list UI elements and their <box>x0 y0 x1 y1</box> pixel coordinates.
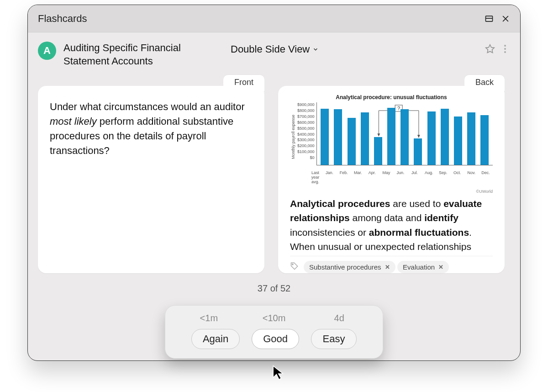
chart-bar <box>374 137 382 165</box>
chart-ylabel: Monthly payroll expense <box>290 115 296 159</box>
star-icon[interactable] <box>485 43 495 54</box>
chart-title: Analytical procedure: unusual fluctuatio… <box>290 94 493 101</box>
chart-bar <box>467 112 475 165</box>
tag-label: Evaluation <box>403 263 435 271</box>
rating-intervals: <1m <10m 4d <box>176 313 372 323</box>
chart-xticks: Lastyearavg.Jan.Feb.Mar.Apr.MayJun.Jul.A… <box>290 171 493 185</box>
deck-title: Auditing Specific Financial Statement Ac… <box>63 42 205 68</box>
card-counter: 37 of 52 <box>38 283 510 294</box>
card-tags: Substantive procedures✕ Evaluation✕ <box>290 256 493 273</box>
tag-chip[interactable]: Substantive procedures✕ <box>304 261 395 273</box>
chart-bar <box>334 109 342 165</box>
tag-remove-icon[interactable]: ✕ <box>438 264 443 270</box>
card-front-tab: Front <box>223 75 264 91</box>
again-button[interactable]: Again <box>191 329 240 349</box>
chart-plot: ? <box>316 102 493 165</box>
chart-bar <box>387 108 395 165</box>
deck-header: A Auditing Specific Financial Statement … <box>38 42 510 68</box>
chart-bar <box>348 118 356 165</box>
tag-icon <box>290 261 299 272</box>
svg-text:?: ? <box>397 106 400 111</box>
card-front-text: Under what circumstances would an audito… <box>50 100 253 158</box>
svg-point-12 <box>292 264 293 265</box>
chart-bar <box>321 109 329 165</box>
cards-row: Front Under what circumstances would an … <box>38 86 510 273</box>
deck-avatar: A <box>38 42 56 60</box>
good-button[interactable]: Good <box>252 329 299 349</box>
chart-bar <box>414 138 422 165</box>
chart-bar <box>480 115 489 165</box>
back-chart: Analytical procedure: unusual fluctuatio… <box>290 90 493 194</box>
cursor-icon <box>271 365 287 382</box>
chart-attribution: ©UWorld <box>290 189 493 194</box>
window-layout-icon[interactable] <box>485 14 494 23</box>
close-icon[interactable] <box>501 14 510 23</box>
window-titlebar: Flashcards <box>28 5 520 32</box>
chart-yticks: $900,000$800,000$700,000$600,000$500,000… <box>296 102 316 165</box>
card-back-tab: Back <box>464 75 505 91</box>
window-controls <box>485 14 510 23</box>
svg-marker-9 <box>417 135 420 138</box>
interval-again: <1m <box>176 313 242 323</box>
tag-label: Substantive procedures <box>309 263 381 271</box>
chart-bar <box>427 111 436 165</box>
interval-easy: 4d <box>306 313 372 323</box>
chevron-down-icon <box>312 46 319 53</box>
tag-chip[interactable]: Evaluation✕ <box>397 261 449 273</box>
card-back-text: Analytical procedures are used to evalua… <box>290 196 493 251</box>
svg-marker-7 <box>377 133 380 136</box>
card-top-actions <box>485 43 506 54</box>
view-mode-selector[interactable]: Double Side View <box>231 43 319 55</box>
easy-button[interactable]: Easy <box>311 329 357 349</box>
tag-remove-icon[interactable]: ✕ <box>385 264 390 270</box>
svg-marker-4 <box>486 45 494 53</box>
chart-bar <box>454 117 462 165</box>
card-back: Back Analytical procedure: unusual fluct… <box>278 86 505 273</box>
chart-bar <box>361 112 369 165</box>
chart-bar <box>441 109 449 165</box>
window-title: Flashcards <box>38 13 87 25</box>
card-front: Front Under what circumstances would an … <box>38 86 264 273</box>
more-menu-icon[interactable] <box>504 44 506 54</box>
interval-good: <10m <box>242 313 307 323</box>
rating-bar: <1m <10m 4d Again Good Easy <box>165 305 383 359</box>
view-mode-label: Double Side View <box>231 43 310 55</box>
chart-bar <box>400 109 409 165</box>
